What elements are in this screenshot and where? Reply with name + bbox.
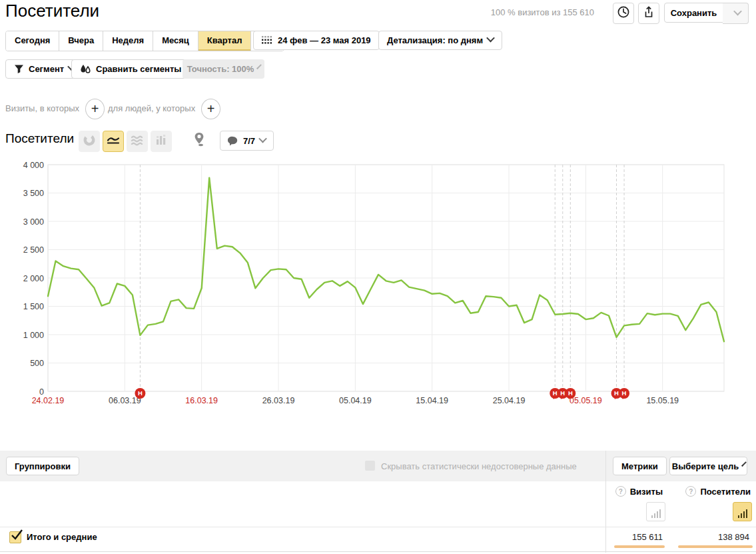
y-axis-label: 1 500: [23, 302, 44, 311]
metrics-button[interactable]: Метрики: [613, 457, 667, 475]
chevron-down-icon: [258, 134, 267, 143]
schedule-button[interactable]: [613, 3, 634, 24]
x-axis-label: 24.02.19: [32, 396, 65, 405]
view-pie-button[interactable]: [79, 131, 100, 152]
totals-visits-value: 155 611: [632, 532, 663, 542]
comment-bubble-icon: [228, 136, 238, 146]
view-line-button[interactable]: [103, 131, 124, 152]
metric-chart-toggle-visitors[interactable]: [733, 502, 752, 521]
drops-icon: [80, 64, 91, 75]
groupings-label: Группировки: [15, 461, 71, 471]
detail-label: Детализация: по дням: [387, 35, 483, 45]
holiday-badge-letter: Н: [560, 389, 565, 397]
add-visits-filter-button[interactable]: +: [85, 99, 105, 119]
y-axis-label: 2 000: [23, 274, 44, 283]
groupings-button[interactable]: Группировки: [6, 457, 79, 475]
x-axis-label: 05.04.19: [339, 396, 372, 405]
choose-goal-dropdown[interactable]: Выберите цель: [669, 457, 747, 475]
column-header-visitors: ? Посетители: [685, 486, 751, 497]
annotations-dropdown[interactable]: 7/7: [220, 131, 274, 151]
y-axis-label: 500: [30, 359, 44, 368]
visits-share-note: 100 % визитов из 155 610: [491, 7, 594, 17]
holiday-badge-letter: Н: [614, 389, 619, 397]
check-icon: [11, 529, 23, 541]
metrics-label: Метрики: [621, 461, 658, 471]
save-button[interactable]: Сохранить: [664, 3, 723, 23]
tab-nedelya[interactable]: Неделя: [103, 31, 153, 51]
x-axis-label: 05.05.19: [569, 396, 602, 405]
x-axis-label: 15.04.19: [416, 396, 448, 405]
compare-segments-button[interactable]: Сравнить сегменты: [71, 59, 200, 79]
x-axis-label: 06.03.19: [109, 396, 141, 405]
y-axis-label: 2 500: [23, 245, 44, 255]
accuracy-dropdown[interactable]: Точность: 100%: [183, 59, 264, 79]
y-axis-label: 4 000: [23, 161, 44, 170]
visits-filter-label: Визиты, в которых: [5, 103, 79, 113]
mini-bars-icon: [738, 509, 747, 518]
choose-goal-label: Выберите цель: [672, 461, 739, 471]
segment-label: Сегмент: [29, 64, 64, 74]
help-icon[interactable]: ?: [685, 486, 696, 497]
date-range-label: 24 фев — 23 мая 2019: [278, 35, 371, 45]
totals-visitors-value: 138 894: [718, 532, 749, 542]
metrika-visitors-page: Посетители 100 % визитов из 155 610 Сохр…: [0, 0, 756, 554]
save-button-label: Сохранить: [671, 8, 717, 18]
mini-bars-icon: [651, 509, 661, 518]
metric-chart-toggle-visits[interactable]: [646, 502, 665, 521]
export-button[interactable]: [638, 3, 659, 24]
view-columns-button[interactable]: [151, 131, 172, 152]
column-label: Посетители: [700, 487, 751, 497]
tab-segodnya[interactable]: Сегодня: [6, 31, 59, 51]
chevron-down-icon: [486, 34, 495, 43]
save-dropdown-button[interactable]: [723, 3, 749, 24]
view-stacked-button[interactable]: [127, 131, 148, 152]
row-divider: [0, 527, 756, 527]
pie-chart-icon: [83, 133, 96, 149]
y-axis-label: 3 000: [23, 217, 44, 227]
detail-dropdown[interactable]: Детализация: по дням: [378, 31, 502, 50]
line-chart-icon: [106, 133, 121, 149]
column-chart-icon: [155, 133, 168, 149]
funnel-icon: [14, 64, 24, 74]
tab-kvartal[interactable]: Квартал: [198, 31, 252, 51]
view-map-button[interactable]: [189, 131, 209, 151]
totals-row-label: Итого и средние: [27, 532, 97, 542]
chevron-down-icon: [256, 64, 262, 69]
hide-unreliable-checkbox: [365, 461, 375, 471]
holiday-badge-letter: Н: [553, 389, 558, 397]
calendar-grid-icon: [262, 36, 272, 45]
annotations-count: 7/7: [243, 136, 255, 146]
column-label: Визиты: [630, 487, 663, 497]
y-axis-label: 1 000: [23, 331, 44, 340]
hide-unreliable-label: Скрывать статистически недостоверные дан…: [381, 461, 577, 471]
date-range-button[interactable]: 24 фев — 23 мая 2019: [253, 31, 380, 50]
add-people-filter-button[interactable]: +: [201, 99, 220, 119]
plus-icon: +: [91, 102, 99, 115]
plus-icon: +: [207, 102, 215, 115]
holiday-badge-letter: Н: [138, 389, 143, 397]
y-axis-label: 3 500: [23, 189, 44, 198]
visitors-value-bar: [678, 545, 753, 548]
visitors-line-chart: 24.02.1906.03.1916.03.1926.03.1905.04.19…: [0, 160, 756, 413]
y-axis-label: 0: [39, 387, 44, 397]
x-axis-label: 26.03.19: [262, 396, 295, 405]
compare-segments-label: Сравнить сегменты: [96, 64, 181, 74]
holiday-badge-letter: Н: [622, 389, 627, 397]
visits-value-bar: [614, 545, 665, 548]
chevron-down-icon: [733, 7, 742, 15]
period-tab-group: СегодняВчераНеделяМесяцКварталГод: [5, 31, 284, 51]
people-filter-label: для людей, у которых: [108, 103, 195, 113]
tab-mesyac[interactable]: Месяц: [153, 31, 198, 51]
page-title: Посетители: [5, 1, 99, 21]
help-icon[interactable]: ?: [615, 486, 626, 497]
totals-checkbox[interactable]: [9, 531, 21, 543]
clock-icon: [617, 5, 630, 21]
x-axis-label: 25.04.19: [493, 396, 526, 405]
holiday-badge-letter: Н: [568, 389, 573, 397]
table-bottom-border: [0, 551, 756, 552]
table-divider: [605, 451, 606, 553]
x-axis-label: 16.03.19: [185, 396, 218, 405]
tab-vchera[interactable]: Вчера: [59, 31, 103, 51]
chart-title: Посетители: [5, 131, 74, 146]
map-pin-icon: [192, 131, 206, 150]
